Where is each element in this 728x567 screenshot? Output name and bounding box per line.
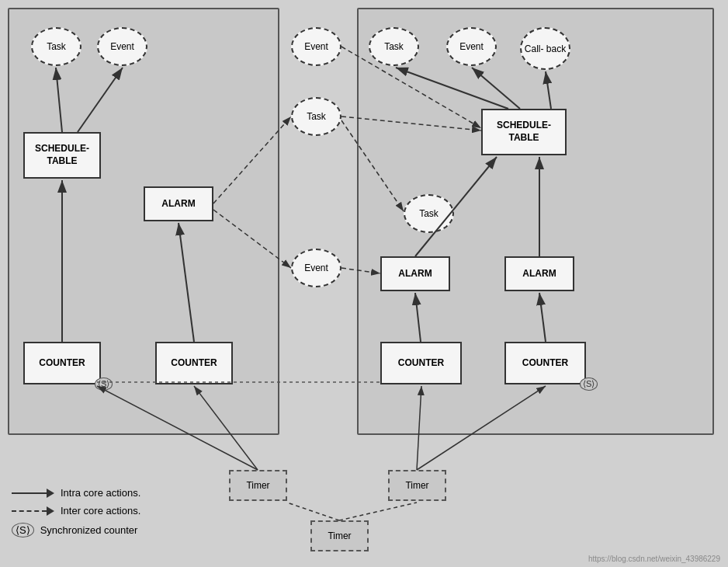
inter-label: Inter core actions.	[61, 505, 140, 517]
sync-label: Synchronized counter	[40, 524, 138, 536]
timer2: Timer	[388, 470, 446, 501]
right-task-circle2: Task	[404, 194, 454, 233]
sync-legend-symbol: ⟨S⟩	[12, 523, 34, 537]
svg-line-24	[339, 503, 417, 520]
left-event-circle: Event	[97, 27, 147, 66]
right-counter2: COUNTER	[504, 342, 586, 384]
left-task-circle: Task	[31, 27, 81, 66]
left-counter1: COUNTER	[23, 342, 101, 384]
right-callback-circle: Call- back	[520, 27, 570, 70]
right-schedule-table: SCHEDULE-TABLE	[481, 109, 567, 155]
intra-label: Intra core actions.	[61, 487, 140, 499]
mid-event-top: Event	[291, 27, 341, 66]
legend-sync: ⟨S⟩ Synchronized counter	[12, 523, 244, 537]
legend: Intra core actions. Inter core actions. …	[12, 487, 244, 544]
mid-event-bottom: Event	[291, 249, 341, 287]
right-event-circle: Event	[446, 27, 497, 66]
right-counter1: COUNTER	[380, 342, 462, 384]
left-alarm: ALARM	[144, 186, 213, 221]
legend-inter: Inter core actions.	[12, 505, 244, 517]
right-alarm1: ALARM	[380, 256, 450, 291]
mid-task: Task	[291, 97, 341, 136]
left-schedule-table: SCHEDULE-TABLE	[23, 132, 101, 179]
right-alarm2: ALARM	[504, 256, 574, 291]
svg-line-23	[287, 503, 339, 520]
watermark: https://blog.csdn.net/weixin_43986229	[588, 555, 720, 563]
timer3: Timer	[310, 520, 369, 551]
left-counter2: COUNTER	[155, 342, 233, 384]
right-task-circle1: Task	[369, 27, 419, 66]
legend-intra: Intra core actions.	[12, 487, 244, 499]
